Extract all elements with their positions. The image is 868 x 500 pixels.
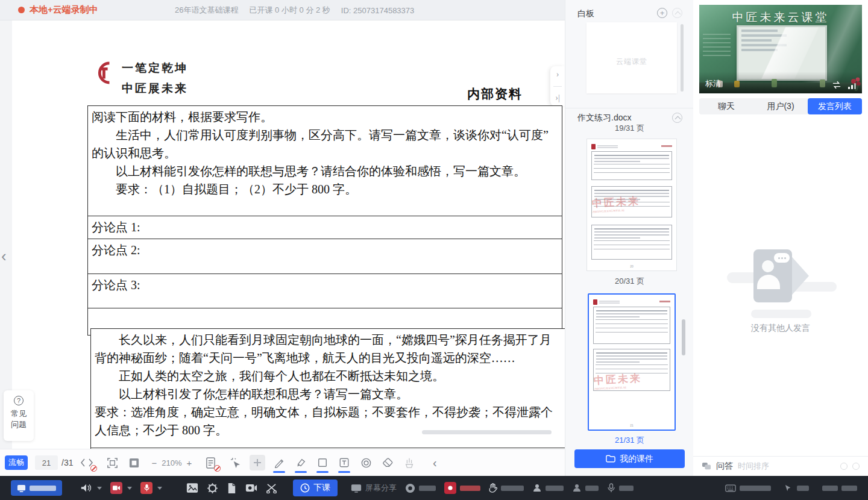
live-status-item[interactable] — [444, 482, 480, 494]
camera-icon — [110, 482, 122, 494]
my-courseware-button[interactable]: 我的课件 — [574, 449, 685, 468]
taskbar-item[interactable] — [405, 483, 436, 493]
subpoint-row-3: 分论点 3: — [88, 273, 562, 308]
end-class-button[interactable]: 下课 — [293, 480, 338, 496]
add-page-tool-selected[interactable] — [250, 455, 265, 470]
tab-chat[interactable]: 聊天 — [699, 98, 753, 114]
brand-slogan-line1: 一笔定乾坤 — [122, 60, 188, 76]
paragraph: 以上材料引发了你怎样的联想和思考？请写一篇文章。 — [95, 385, 562, 403]
sidebar-scrollbar[interactable] — [682, 319, 685, 355]
eraser-tool[interactable] — [380, 454, 395, 472]
whiteboard-scrollbar[interactable] — [681, 24, 684, 92]
qa-extra-icons[interactable] — [840, 463, 860, 470]
highlighter-tool[interactable] — [293, 454, 309, 472]
question-mark-icon: ? — [14, 396, 24, 405]
disabled-badge-icon — [90, 465, 97, 472]
tray-keyboard-item[interactable] — [725, 484, 771, 492]
sort-order-label[interactable]: 时间排序 — [738, 461, 769, 472]
text-tool[interactable] — [336, 454, 352, 472]
raise-hand-item[interactable] — [489, 483, 524, 493]
mini-logo-icon — [593, 299, 597, 305]
brand-logo-icon — [92, 59, 115, 89]
screen-share-button[interactable]: 屏幕分享 — [351, 483, 397, 493]
screenshot-app-icon[interactable] — [186, 483, 198, 493]
page-label-20: 20/31 页 — [565, 276, 694, 287]
session-id: ID: 25073174583373 — [341, 6, 414, 15]
panel-tabs: 聊天 用户(3) 发言列表 — [699, 98, 862, 114]
zoom-level: 210% — [162, 458, 181, 467]
paragraph: 长久以来，人们只能看到月球固定朝向地球的一面，“嫦娥四号”探月任务揭开了月背的神… — [95, 331, 562, 367]
recorder-app-icon[interactable] — [245, 483, 257, 493]
zoom-in-button[interactable]: + — [186, 458, 192, 468]
tab-users[interactable]: 用户(3) — [753, 98, 808, 114]
whiteboard-thumbnail[interactable]: 云端课堂 — [587, 22, 677, 93]
screen-share-label: 屏幕分享 — [365, 483, 397, 493]
quality-badge[interactable]: 标清 — [705, 78, 721, 89]
dropdown-caret-icon[interactable] — [127, 487, 132, 490]
audio-item[interactable] — [607, 483, 634, 493]
add-whiteboard-icon[interactable]: + — [657, 8, 667, 18]
user-item[interactable] — [572, 483, 599, 493]
clear-annotations-tool-disabled[interactable] — [401, 454, 417, 472]
classroom-app-taskbar-button[interactable] — [11, 480, 62, 496]
page-thumbnail-20[interactable]: 中匠未来ZHONGJIANGWEILAI 20 — [587, 139, 677, 271]
faq-button[interactable]: ? 常见 问题 — [4, 390, 34, 441]
snip-tool-icon[interactable] — [266, 483, 277, 493]
page-thumbnail-21-selected[interactable]: 中匠未来ZHONGJIANGWEILAI 21 — [588, 293, 676, 431]
chevron-right-end-icon[interactable]: ›| — [555, 93, 559, 103]
notes-tool-disabled[interactable] — [203, 454, 218, 472]
laser-pointer-tool[interactable] — [228, 454, 244, 472]
recording-dot-icon — [18, 7, 25, 13]
left-edge-strip: ‹ — [0, 20, 12, 449]
paragraph: 正如人类的太空之旅，我们每个人也都在不断抵达未知之境。 — [95, 367, 562, 385]
document-viewport[interactable]: 一笔定乾坤 中匠展未来 内部资料 › ›| 阅读下面的材料，根据要求写作。 生活… — [12, 20, 565, 449]
document-name: 作文练习.docx — [577, 113, 631, 123]
camera-control[interactable] — [110, 482, 132, 494]
empty-state-illustration — [735, 246, 826, 313]
fit-screen-tool[interactable] — [104, 454, 120, 472]
qa-bottom-bar: 问答 时间排序 — [693, 456, 868, 476]
mic-control[interactable] — [140, 482, 162, 494]
dropdown-caret-icon[interactable] — [97, 487, 102, 490]
files-app-icon[interactable] — [227, 483, 237, 494]
embed-code-tool-disabled[interactable] — [79, 454, 95, 472]
my-courseware-label: 我的课件 — [620, 454, 653, 464]
qa-bubbles-icon — [702, 462, 711, 470]
page-label-19: 19/31 页 — [565, 123, 694, 134]
fill-screen-tool[interactable] — [126, 454, 142, 472]
tab-speaker-list-selected[interactable]: 发言列表 — [808, 98, 862, 114]
tray-time-item[interactable] — [822, 486, 857, 491]
live-icon — [444, 482, 456, 494]
chalkboard-writing — [703, 34, 731, 58]
collapse-document-icon[interactable] — [672, 113, 682, 123]
collapse-toolbar-icon[interactable]: ‹ — [427, 454, 442, 472]
members-item[interactable] — [532, 483, 564, 493]
dropdown-caret-icon[interactable] — [157, 487, 162, 490]
document-toolbar: 流畅 /31 − 210% + — [0, 449, 565, 476]
pen-tool[interactable] — [271, 454, 287, 472]
document-horizontal-scrollbar[interactable] — [422, 430, 552, 434]
speaker-list-empty-state: 没有其他人发言 — [693, 246, 868, 334]
teacher-video-feed[interactable]: 中匠未来云课堂 标清 — [699, 5, 862, 93]
settings-app-icon[interactable] — [207, 483, 218, 494]
chevron-right-icon[interactable]: › — [556, 70, 559, 80]
page-number-input[interactable] — [35, 455, 58, 470]
tray-input-item[interactable] — [784, 484, 809, 493]
video-overlay-bar: 标清 — [699, 72, 862, 93]
stream-quality-button[interactable]: 流畅 — [5, 455, 28, 470]
zoom-controls: − 210% + — [151, 458, 192, 468]
target-tool[interactable] — [358, 454, 374, 472]
zoom-out-button[interactable]: − — [151, 458, 157, 468]
end-class-icon — [300, 483, 310, 493]
collapse-whiteboard-icon[interactable] — [672, 8, 682, 18]
paragraph: 阅读下面的材料，根据要求写作。 — [92, 108, 558, 126]
speech-bubble-icon — [774, 253, 790, 263]
swap-camera-icon[interactable] — [831, 81, 842, 89]
panel-collapse-tab[interactable]: › ›| — [550, 66, 565, 106]
top-bar: 本地+云端录制中 26年语文基础课程 已开课 0 小时 0 分 2 秒 ID: … — [0, 0, 565, 20]
hand-icon — [489, 483, 497, 493]
shape-tool[interactable] — [315, 454, 330, 472]
volume-control[interactable] — [80, 483, 102, 493]
collapse-left-panel-icon[interactable]: ‹ — [1, 248, 7, 264]
qa-label[interactable]: 问答 — [716, 461, 733, 472]
